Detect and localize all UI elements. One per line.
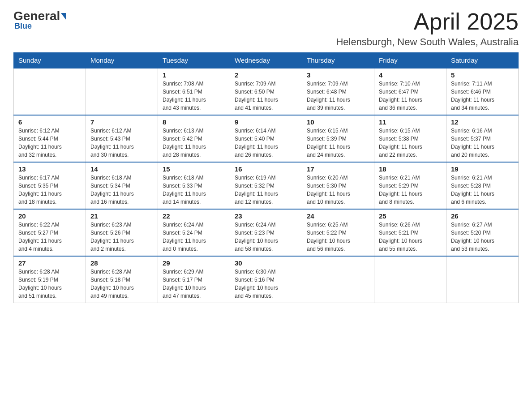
day-info-11: Sunrise: 6:15 AM Sunset: 5:38 PM Dayligh… <box>379 127 442 159</box>
week-row-1: 1Sunrise: 7:08 AM Sunset: 6:51 PM Daylig… <box>14 68 519 115</box>
day-info-1: Sunrise: 7:08 AM Sunset: 6:51 PM Dayligh… <box>163 80 225 112</box>
day-cell-4: 4Sunrise: 7:10 AM Sunset: 6:47 PM Daylig… <box>374 68 446 115</box>
day-number-24: 24 <box>307 212 369 220</box>
day-number-4: 4 <box>379 71 442 79</box>
logo-arrow-icon <box>61 13 66 20</box>
day-cell-1: 1Sunrise: 7:08 AM Sunset: 6:51 PM Daylig… <box>158 68 230 115</box>
day-number-10: 10 <box>307 118 369 126</box>
header-tuesday: Tuesday <box>158 53 230 68</box>
day-number-30: 30 <box>235 259 297 267</box>
header-sunday: Sunday <box>14 53 86 68</box>
location-subtitle: Helensburgh, New South Wales, Australia <box>336 36 519 48</box>
empty-cell <box>86 68 158 115</box>
empty-cell <box>302 256 374 303</box>
day-cell-27: 27Sunrise: 6:28 AM Sunset: 5:19 PM Dayli… <box>14 256 86 303</box>
day-cell-7: 7Sunrise: 6:12 AM Sunset: 5:43 PM Daylig… <box>86 115 158 162</box>
day-cell-30: 30Sunrise: 6:30 AM Sunset: 5:16 PM Dayli… <box>230 256 302 303</box>
day-info-10: Sunrise: 6:15 AM Sunset: 5:39 PM Dayligh… <box>307 127 369 159</box>
day-info-16: Sunrise: 6:19 AM Sunset: 5:32 PM Dayligh… <box>235 174 297 206</box>
day-cell-19: 19Sunrise: 6:21 AM Sunset: 5:28 PM Dayli… <box>446 162 519 209</box>
day-info-28: Sunrise: 6:28 AM Sunset: 5:18 PM Dayligh… <box>90 268 153 300</box>
day-cell-25: 25Sunrise: 6:26 AM Sunset: 5:21 PM Dayli… <box>374 209 446 256</box>
day-number-9: 9 <box>235 118 297 126</box>
day-number-19: 19 <box>451 165 514 173</box>
day-info-9: Sunrise: 6:14 AM Sunset: 5:40 PM Dayligh… <box>235 127 297 159</box>
day-cell-29: 29Sunrise: 6:29 AM Sunset: 5:17 PM Dayli… <box>158 256 230 303</box>
day-info-4: Sunrise: 7:10 AM Sunset: 6:47 PM Dayligh… <box>379 80 442 112</box>
day-number-17: 17 <box>307 165 369 173</box>
day-cell-6: 6Sunrise: 6:12 AM Sunset: 5:44 PM Daylig… <box>14 115 86 162</box>
day-number-3: 3 <box>307 71 369 79</box>
day-number-23: 23 <box>235 212 297 220</box>
day-number-21: 21 <box>90 212 153 220</box>
day-info-29: Sunrise: 6:29 AM Sunset: 5:17 PM Dayligh… <box>163 268 225 300</box>
logo-blue-text: Blue <box>14 21 32 31</box>
day-number-28: 28 <box>90 259 153 267</box>
day-info-21: Sunrise: 6:23 AM Sunset: 5:26 PM Dayligh… <box>90 221 153 253</box>
day-number-8: 8 <box>163 118 225 126</box>
day-info-2: Sunrise: 7:09 AM Sunset: 6:50 PM Dayligh… <box>235 80 297 112</box>
week-row-3: 13Sunrise: 6:17 AM Sunset: 5:35 PM Dayli… <box>14 162 519 209</box>
header-saturday: Saturday <box>446 53 519 68</box>
day-cell-15: 15Sunrise: 6:18 AM Sunset: 5:33 PM Dayli… <box>158 162 230 209</box>
day-number-16: 16 <box>235 165 297 173</box>
page-header: General Blue April 2025 Helensburgh, New… <box>13 9 519 48</box>
day-info-5: Sunrise: 7:11 AM Sunset: 6:46 PM Dayligh… <box>451 80 514 112</box>
day-cell-17: 17Sunrise: 6:20 AM Sunset: 5:30 PM Dayli… <box>302 162 374 209</box>
day-info-7: Sunrise: 6:12 AM Sunset: 5:43 PM Dayligh… <box>90 127 153 159</box>
header-friday: Friday <box>374 53 446 68</box>
day-number-22: 22 <box>163 212 225 220</box>
day-number-7: 7 <box>90 118 153 126</box>
day-info-6: Sunrise: 6:12 AM Sunset: 5:44 PM Dayligh… <box>18 127 81 159</box>
day-info-18: Sunrise: 6:21 AM Sunset: 5:29 PM Dayligh… <box>379 174 442 206</box>
day-number-12: 12 <box>451 118 514 126</box>
day-number-2: 2 <box>235 71 297 79</box>
day-cell-8: 8Sunrise: 6:13 AM Sunset: 5:42 PM Daylig… <box>158 115 230 162</box>
day-cell-23: 23Sunrise: 6:24 AM Sunset: 5:23 PM Dayli… <box>230 209 302 256</box>
day-info-12: Sunrise: 6:16 AM Sunset: 5:37 PM Dayligh… <box>451 127 514 159</box>
title-area: April 2025 Helensburgh, New South Wales,… <box>336 9 519 48</box>
month-title: April 2025 <box>336 9 519 34</box>
day-cell-3: 3Sunrise: 7:09 AM Sunset: 6:48 PM Daylig… <box>302 68 374 115</box>
day-info-23: Sunrise: 6:24 AM Sunset: 5:23 PM Dayligh… <box>235 221 297 253</box>
day-info-27: Sunrise: 6:28 AM Sunset: 5:19 PM Dayligh… <box>18 268 81 300</box>
day-cell-24: 24Sunrise: 6:25 AM Sunset: 5:22 PM Dayli… <box>302 209 374 256</box>
day-cell-18: 18Sunrise: 6:21 AM Sunset: 5:29 PM Dayli… <box>374 162 446 209</box>
day-info-17: Sunrise: 6:20 AM Sunset: 5:30 PM Dayligh… <box>307 174 369 206</box>
day-info-14: Sunrise: 6:18 AM Sunset: 5:34 PM Dayligh… <box>90 174 153 206</box>
calendar-header-row: SundayMondayTuesdayWednesdayThursdayFrid… <box>14 53 519 68</box>
day-cell-10: 10Sunrise: 6:15 AM Sunset: 5:39 PM Dayli… <box>302 115 374 162</box>
day-cell-28: 28Sunrise: 6:28 AM Sunset: 5:18 PM Dayli… <box>86 256 158 303</box>
day-info-26: Sunrise: 6:27 AM Sunset: 5:20 PM Dayligh… <box>451 221 514 253</box>
header-wednesday: Wednesday <box>230 53 302 68</box>
day-number-6: 6 <box>18 118 81 126</box>
day-cell-14: 14Sunrise: 6:18 AM Sunset: 5:34 PM Dayli… <box>86 162 158 209</box>
day-cell-21: 21Sunrise: 6:23 AM Sunset: 5:26 PM Dayli… <box>86 209 158 256</box>
day-number-26: 26 <box>451 212 514 220</box>
header-monday: Monday <box>86 53 158 68</box>
day-info-30: Sunrise: 6:30 AM Sunset: 5:16 PM Dayligh… <box>235 268 297 300</box>
empty-cell <box>446 256 519 303</box>
day-number-27: 27 <box>18 259 81 267</box>
week-row-2: 6Sunrise: 6:12 AM Sunset: 5:44 PM Daylig… <box>14 115 519 162</box>
day-info-8: Sunrise: 6:13 AM Sunset: 5:42 PM Dayligh… <box>163 127 225 159</box>
day-cell-2: 2Sunrise: 7:09 AM Sunset: 6:50 PM Daylig… <box>230 68 302 115</box>
day-info-20: Sunrise: 6:22 AM Sunset: 5:27 PM Dayligh… <box>18 221 81 253</box>
day-number-14: 14 <box>90 165 153 173</box>
day-cell-16: 16Sunrise: 6:19 AM Sunset: 5:32 PM Dayli… <box>230 162 302 209</box>
day-cell-5: 5Sunrise: 7:11 AM Sunset: 6:46 PM Daylig… <box>446 68 519 115</box>
header-thursday: Thursday <box>302 53 374 68</box>
day-number-20: 20 <box>18 212 81 220</box>
day-info-13: Sunrise: 6:17 AM Sunset: 5:35 PM Dayligh… <box>18 174 81 206</box>
day-info-19: Sunrise: 6:21 AM Sunset: 5:28 PM Dayligh… <box>451 174 514 206</box>
day-number-1: 1 <box>163 71 225 79</box>
day-cell-26: 26Sunrise: 6:27 AM Sunset: 5:20 PM Dayli… <box>446 209 519 256</box>
day-cell-12: 12Sunrise: 6:16 AM Sunset: 5:37 PM Dayli… <box>446 115 519 162</box>
day-info-3: Sunrise: 7:09 AM Sunset: 6:48 PM Dayligh… <box>307 80 369 112</box>
day-cell-11: 11Sunrise: 6:15 AM Sunset: 5:38 PM Dayli… <box>374 115 446 162</box>
empty-cell <box>374 256 446 303</box>
empty-cell <box>14 68 86 115</box>
day-number-5: 5 <box>451 71 514 79</box>
day-cell-13: 13Sunrise: 6:17 AM Sunset: 5:35 PM Dayli… <box>14 162 86 209</box>
week-row-5: 27Sunrise: 6:28 AM Sunset: 5:19 PM Dayli… <box>14 256 519 303</box>
